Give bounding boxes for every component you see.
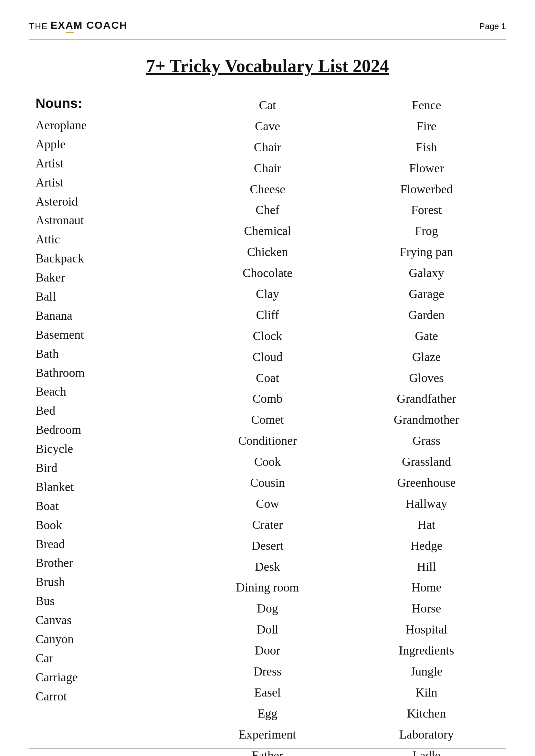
- list-item: Glaze: [412, 347, 441, 366]
- list-item: Fence: [412, 96, 441, 115]
- list-item: Bread: [36, 535, 65, 554]
- logo: THE EXAM COACH: [29, 19, 127, 33]
- list-item: Artist: [36, 173, 64, 192]
- list-item: Chicken: [247, 243, 288, 261]
- list-item: Bicycle: [36, 439, 73, 458]
- list-item: Grassland: [402, 452, 451, 471]
- list-item: Kitchen: [407, 704, 446, 723]
- list-item: Chef: [256, 200, 279, 219]
- list-item: Apple: [36, 135, 66, 154]
- logo-m: M COACH: [74, 19, 127, 31]
- list-item: Chemical: [244, 221, 291, 241]
- list-item: Forest: [411, 200, 442, 219]
- list-item: Hill: [417, 557, 436, 576]
- list-item: Comet: [251, 410, 284, 429]
- list-item: Clock: [253, 327, 282, 345]
- list-item: Canyon: [36, 630, 74, 649]
- column-3: FenceFireFishFlowerFlowerbedForestFrogFr…: [347, 96, 506, 756]
- list-item: Bird: [36, 458, 58, 478]
- list-item: Backpack: [36, 249, 84, 268]
- list-item: Kiln: [415, 683, 437, 702]
- list-item: Home: [411, 578, 442, 597]
- list-item: Door: [255, 641, 280, 660]
- list-item: Banana: [36, 306, 72, 325]
- list-item: Grandfather: [397, 389, 456, 408]
- logo-a: A: [66, 19, 74, 33]
- list-item: Desk: [255, 557, 280, 576]
- list-item: Cloud: [253, 347, 283, 366]
- list-item: Ingredients: [399, 641, 454, 660]
- logo-the: THE: [29, 21, 48, 31]
- list-item: Gate: [415, 327, 438, 345]
- list-item: Galaxy: [409, 263, 444, 282]
- column-1: Nouns: AeroplaneAppleArtistArtistAsteroi…: [29, 96, 188, 706]
- list-item: Laboratory: [399, 725, 454, 744]
- list-item: Chair: [254, 159, 281, 178]
- list-item: Cave: [255, 117, 280, 136]
- list-item: Grass: [412, 431, 441, 450]
- list-item: Cousin: [250, 473, 285, 492]
- list-item: Hallway: [406, 494, 447, 513]
- list-item: Experiment: [239, 725, 296, 744]
- list-item: Astronaut: [36, 211, 84, 230]
- list-item: Cheese: [250, 180, 285, 199]
- list-item: Asteroid: [36, 192, 78, 211]
- list-item: Garage: [409, 284, 444, 304]
- list-item: Flowerbed: [400, 180, 453, 199]
- list-item: Cliff: [256, 305, 279, 325]
- content: Nouns: AeroplaneAppleArtistArtistAsteroi…: [29, 96, 506, 756]
- list-item: Frying pan: [400, 243, 453, 261]
- column-2: CatCaveChairChairCheeseChefChemicalChick…: [188, 96, 347, 756]
- list-item: Hospital: [406, 620, 447, 639]
- list-item: Artist: [36, 154, 64, 173]
- list-item: Frog: [415, 221, 438, 241]
- list-item: Brother: [36, 553, 73, 572]
- list-item: Chair: [254, 138, 281, 157]
- list-item: Carrot: [36, 687, 67, 706]
- list-item: Cat: [259, 96, 276, 115]
- list-item: Doll: [257, 620, 278, 639]
- footer-copyright: © The Exam Coach | teamkeen@theexamcoach…: [29, 755, 506, 756]
- list-item: Bathroom: [36, 363, 85, 382]
- list-item: Dress: [254, 662, 282, 681]
- list-item: Garden: [408, 305, 444, 325]
- list-item: Ball: [36, 287, 56, 306]
- list-item: Horse: [412, 599, 441, 618]
- list-item: Gloves: [409, 368, 444, 388]
- list-item: Bedroom: [36, 420, 81, 439]
- list-item: Flower: [409, 159, 444, 178]
- list-item: Bus: [36, 592, 55, 611]
- list-item: Baker: [36, 268, 65, 287]
- list-item: Car: [36, 649, 53, 668]
- list-item: Blanket: [36, 478, 74, 496]
- list-item: Dog: [257, 599, 278, 618]
- list-item: Boat: [36, 496, 59, 515]
- list-item: Greenhouse: [397, 473, 456, 492]
- list-item: Canvas: [36, 611, 72, 630]
- list-item: Dining room: [236, 578, 299, 597]
- list-item: Chocolate: [242, 263, 293, 282]
- list-item: Hedge: [410, 536, 442, 555]
- header: THE EXAM COACH Page 1: [29, 19, 506, 40]
- list-item: Hat: [418, 515, 436, 534]
- list-item: Bed: [36, 401, 55, 420]
- nouns-heading: Nouns:: [36, 96, 82, 111]
- list-item: Crater: [252, 515, 283, 534]
- list-item: Beach: [36, 382, 66, 401]
- list-item: Comb: [253, 389, 283, 408]
- main-title: 7+ Tricky Vocabulary List 2024: [29, 56, 506, 76]
- list-item: Grandmother: [394, 410, 460, 429]
- list-item: Attic: [36, 230, 60, 249]
- list-item: Desert: [251, 536, 283, 555]
- list-item: Jungle: [410, 662, 442, 681]
- list-item: Conditioner: [238, 431, 297, 450]
- col1-words: AeroplaneAppleArtistArtistAsteroidAstron…: [36, 116, 87, 706]
- list-item: Brush: [36, 572, 65, 592]
- list-item: Cow: [256, 494, 279, 513]
- page: THE EXAM COACH Page 1 7+ Tricky Vocabula…: [0, 0, 535, 756]
- list-item: Aeroplane: [36, 116, 87, 135]
- list-item: Cook: [254, 452, 281, 471]
- list-item: Book: [36, 515, 62, 535]
- logo-exam: EX: [50, 19, 66, 31]
- list-item: Fish: [416, 138, 437, 157]
